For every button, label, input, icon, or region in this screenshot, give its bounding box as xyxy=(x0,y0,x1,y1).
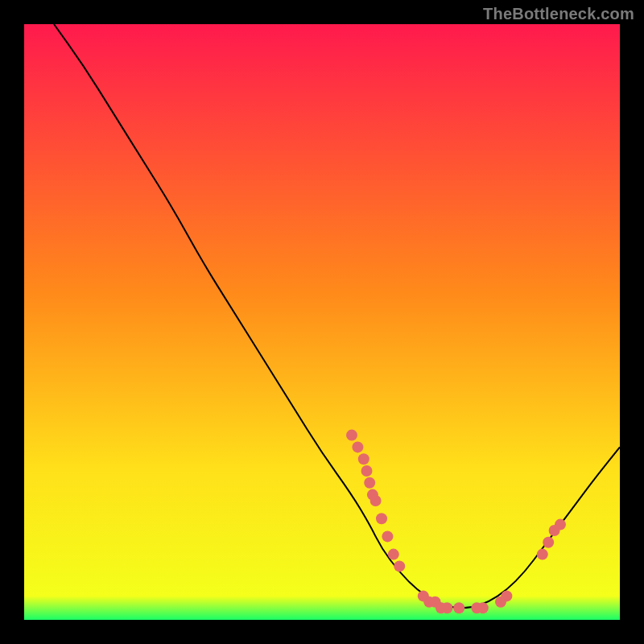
marker-dot xyxy=(453,602,464,613)
marker-dot xyxy=(382,530,393,542)
marker-dot xyxy=(388,549,399,560)
marker-dot xyxy=(441,602,452,613)
marker-dot xyxy=(370,495,382,506)
marker-dot xyxy=(501,590,512,601)
marker-dot xyxy=(537,549,548,560)
chart-stage: TheBottleneck.com xyxy=(0,0,644,644)
marker-dot xyxy=(477,602,489,613)
chart-canvas xyxy=(24,24,620,620)
marker-dot xyxy=(394,560,405,572)
marker-dot xyxy=(352,441,363,452)
marker-dot xyxy=(364,477,375,489)
marker-dot xyxy=(358,453,369,464)
marker-dot xyxy=(361,465,373,477)
watermark-text: TheBottleneck.com xyxy=(483,5,634,23)
marker-dot xyxy=(555,519,566,530)
marker-dot xyxy=(376,513,387,524)
marker-dot xyxy=(346,430,357,441)
marker-dot xyxy=(543,537,554,548)
